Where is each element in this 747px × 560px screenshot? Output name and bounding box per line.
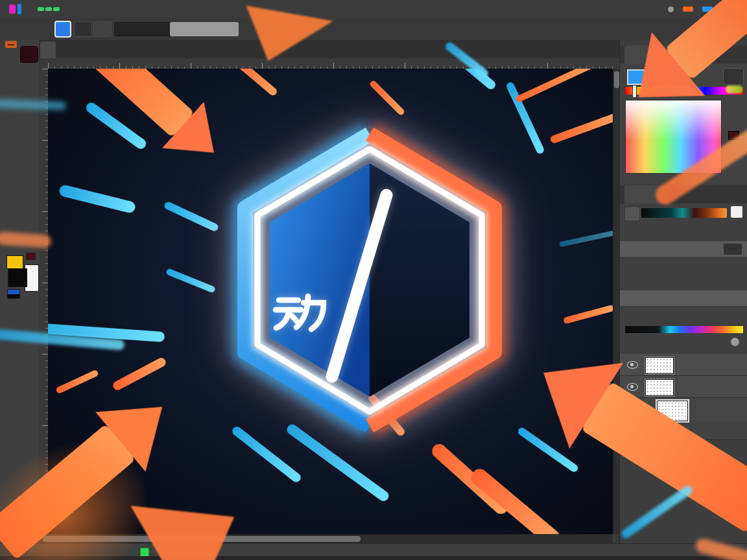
workspace-indicator [38, 7, 63, 11]
visibility-eye-icon[interactable] [627, 383, 638, 391]
photoshop-like-app: ≈ [0, 0, 747, 560]
tab-adjustments[interactable] [624, 185, 669, 204]
tool-icon[interactable] [0, 156, 19, 174]
blue-swatch-icon[interactable] [702, 6, 713, 12]
status-green-indicator [140, 548, 149, 557]
horizontal-ruler[interactable] [48, 58, 613, 69]
adjust-panel-body [620, 204, 747, 389]
gradient-strip[interactable] [641, 208, 727, 218]
tool-badge-icon [5, 41, 17, 48]
speed-line [559, 230, 613, 248]
speed-line [84, 100, 148, 151]
ruler-corner [39, 58, 49, 69]
h5-hexagon-logo [236, 130, 503, 430]
speed-line [165, 268, 216, 293]
logo-blue-icon [18, 4, 21, 14]
window-icon[interactable] [731, 5, 741, 13]
speed-line [58, 184, 137, 214]
visibility-eye-icon[interactable] [627, 361, 638, 369]
adjust-panel-tabs [620, 185, 747, 204]
active-tool-button[interactable] [54, 21, 71, 38]
speed-line [229, 69, 279, 97]
ruler-ticks [42, 69, 48, 534]
hue-artifact-blob [726, 86, 742, 93]
foreground-color-swatch[interactable] [6, 255, 23, 269]
quick-mask-swatch[interactable] [7, 289, 20, 299]
app-logo [9, 4, 23, 14]
green-pill-icon [53, 7, 60, 11]
tab-color[interactable] [624, 45, 672, 64]
layer-row[interactable] [620, 376, 747, 398]
frame-icon-button[interactable] [272, 21, 290, 37]
speed-line [48, 321, 165, 342]
tool-icon[interactable] [0, 226, 19, 244]
layer-row-nested[interactable] [620, 398, 747, 423]
document-tab[interactable] [40, 41, 56, 58]
tool-icon[interactable] [0, 209, 19, 226]
vertical-ruler[interactable] [39, 69, 49, 534]
tool-icon[interactable] [0, 191, 19, 209]
rainbow-gradient-bar[interactable] [625, 326, 743, 333]
tool-icon[interactable] [19, 209, 39, 226]
mode-dropdown[interactable] [170, 22, 239, 36]
logo-magenta-icon [9, 5, 16, 14]
speed-line [55, 369, 99, 395]
tab-row [39, 40, 619, 58]
panel-toggle-button[interactable] [93, 21, 112, 37]
tool-icon[interactable] [0, 139, 19, 156]
row-action-button[interactable] [723, 243, 742, 255]
keyboard-icon-button[interactable] [74, 21, 92, 37]
bottom-strip [0, 556, 747, 560]
canvas[interactable] [48, 69, 613, 534]
option-input-field[interactable] [114, 22, 174, 36]
speed-line [563, 305, 613, 324]
green-pill-icon [38, 7, 44, 11]
saturation-picker[interactable] [625, 100, 722, 174]
tool-icon[interactable] [19, 191, 39, 209]
black-color-swatch[interactable] [8, 268, 27, 287]
tool-icon[interactable] [0, 174, 19, 191]
tab-swatches[interactable] [674, 45, 710, 64]
orange-swatch-icon[interactable] [683, 6, 693, 12]
tool-icon[interactable] [0, 121, 19, 139]
current-color-swatch[interactable] [627, 69, 646, 85]
layer-row-partial[interactable] [620, 423, 747, 440]
layer-thumbnail[interactable] [645, 357, 674, 374]
hue-slider-handle[interactable] [632, 85, 637, 98]
gradient-left-chip[interactable] [625, 207, 639, 220]
options-bar [0, 18, 747, 41]
color-mode-button[interactable] [723, 68, 744, 85]
tool-icon[interactable] [19, 174, 39, 191]
speed-line [549, 113, 613, 145]
tools-panel [0, 40, 40, 543]
dark-swatch-icon[interactable] [20, 46, 38, 63]
tool-icon[interactable] [19, 86, 39, 104]
gradient-right-chip[interactable] [731, 206, 742, 218]
scrollbar-thumb[interactable] [614, 71, 619, 88]
tool-icon[interactable] [19, 104, 39, 121]
horizontal-scrollbar[interactable] [39, 534, 613, 544]
speed-line [112, 356, 167, 392]
tool-grid [0, 69, 39, 244]
tab-styles[interactable] [670, 185, 706, 204]
adjust-row-highlight[interactable] [620, 290, 747, 306]
right-panel: ≈ [619, 40, 747, 543]
tool-icon[interactable] [19, 121, 39, 139]
layer-thumbnail[interactable] [645, 379, 674, 396]
visibility-eye-icon[interactable] [641, 406, 652, 414]
tool-icon[interactable] [0, 86, 19, 104]
mini-color-swatch[interactable] [728, 131, 739, 140]
tool-icon[interactable] [19, 139, 39, 156]
layer-row[interactable] [620, 354, 747, 376]
tool-icon[interactable] [0, 69, 19, 86]
tool-icon[interactable] [19, 156, 39, 174]
layer-thumbnail[interactable] [657, 401, 688, 421]
circle-button[interactable] [731, 338, 739, 346]
tool-icon[interactable] [0, 104, 19, 121]
tool-icon[interactable] [19, 69, 39, 86]
window-controls [650, 0, 741, 18]
speed-line [597, 388, 613, 432]
scrollbar-thumb[interactable] [43, 536, 361, 542]
circle-icon[interactable] [668, 6, 674, 12]
tool-icon[interactable] [19, 226, 39, 244]
